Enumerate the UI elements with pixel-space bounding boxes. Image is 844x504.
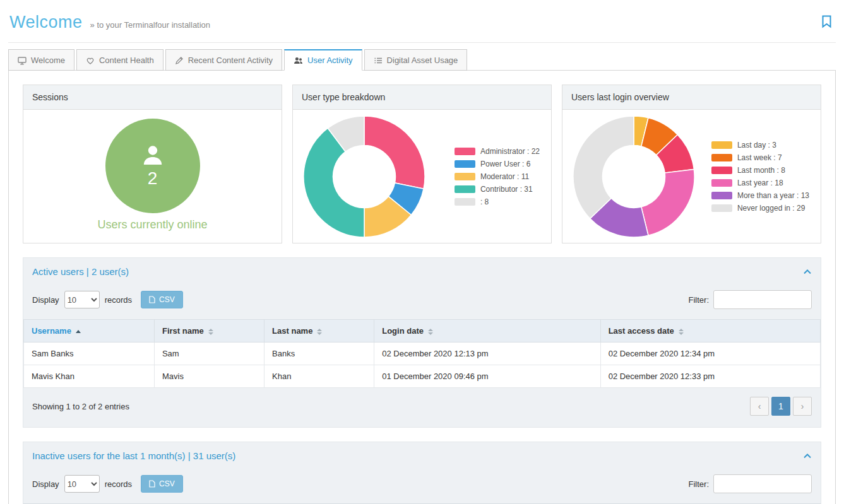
legend-swatch xyxy=(455,148,475,155)
tab-recent-content-activity[interactable]: Recent Content Activity xyxy=(165,49,282,71)
summary-panels: Sessions 2 Users currently online User t… xyxy=(23,85,821,243)
donut-segment-never-logged-in[interactable] xyxy=(573,115,634,218)
table-cell: 02 December 2020 12:13 pm xyxy=(374,343,600,365)
user-type-chart-body: Administrator : 22Power User : 6Moderato… xyxy=(293,110,551,243)
panel-title: User type breakdown xyxy=(293,85,551,110)
donut-segment-last-year[interactable] xyxy=(641,169,694,235)
donut-segment-administrator[interactable] xyxy=(364,115,425,188)
column-header-first-name[interactable]: First name xyxy=(154,320,264,343)
column-header-last-access-date[interactable]: Last access date xyxy=(600,320,820,343)
file-icon xyxy=(149,296,155,303)
column-header-username[interactable]: Username xyxy=(24,320,155,343)
tab-digital-asset-usage[interactable]: Digital Asset Usage xyxy=(364,49,468,71)
legend-swatch xyxy=(711,204,732,212)
csv-button-label: CSV xyxy=(159,479,175,488)
sessions-panel-body: 2 Users currently online xyxy=(23,119,282,252)
page-title: Welcome xyxy=(9,13,83,32)
chevron-up-icon[interactable] xyxy=(803,269,812,274)
table-header-row: UsernameFirst nameLast nameLogin dateLas… xyxy=(24,320,821,343)
section-title: Active users | 2 user(s) xyxy=(32,266,129,277)
page-size-select[interactable]: 10 xyxy=(64,475,100,493)
last-login-panel: Users last login overview Last day : 3La… xyxy=(562,85,821,243)
csv-button-label: CSV xyxy=(159,295,175,304)
legend-swatch xyxy=(455,173,475,180)
panel-title: Users last login overview xyxy=(562,85,821,110)
table-row[interactable]: Mavis KhanMavisKhan01 December 2020 09:4… xyxy=(24,365,821,388)
legend-swatch xyxy=(455,160,475,168)
legend-label: More than a year : 13 xyxy=(737,191,809,200)
legend-item: More than a year : 13 xyxy=(711,191,809,200)
filter-input[interactable] xyxy=(713,290,812,309)
legend-item: Power User : 6 xyxy=(455,160,540,168)
legend-item: Never logged in : 29 xyxy=(711,204,809,213)
column-header-login-date[interactable]: Login date xyxy=(374,320,600,343)
column-header-last-name[interactable]: Last name xyxy=(264,320,374,343)
active-users-controls: Display 10 records CSV Filter: xyxy=(23,285,821,319)
active-users-footer: Showing 1 to 2 of 2 entries ‹ 1 › xyxy=(23,388,821,427)
page-header: Welcome » to your Terminalfour installat… xyxy=(8,0,836,43)
tab-welcome[interactable]: Welcome xyxy=(8,49,74,71)
csv-export-button[interactable]: CSV xyxy=(141,291,183,308)
display-label: Display xyxy=(32,295,59,305)
sort-icon xyxy=(428,329,433,335)
table-row[interactable]: Sam BanksSamBanks02 December 2020 12:13 … xyxy=(24,343,821,365)
last-login-legend: Last day : 3Last week : 7Last month : 8L… xyxy=(711,137,809,216)
legend-label: Contributor : 31 xyxy=(480,185,533,194)
pagination-prev-button[interactable]: ‹ xyxy=(750,397,769,416)
filter-label: Filter: xyxy=(689,479,710,489)
filter-input[interactable] xyxy=(713,474,812,493)
active-users-table: UsernameFirst nameLast nameLogin dateLas… xyxy=(23,319,821,388)
column-label: First name xyxy=(162,326,204,336)
legend-item: Administrator : 22 xyxy=(455,147,540,156)
pagination: ‹ 1 › xyxy=(750,397,812,416)
legend-label: Last month : 8 xyxy=(737,166,785,175)
file-icon xyxy=(149,480,155,488)
table-cell: Sam xyxy=(154,343,264,365)
heart-icon xyxy=(86,56,95,65)
monitor-icon xyxy=(18,56,27,65)
filter-box: Filter: xyxy=(689,290,812,309)
last-login-donut-chart xyxy=(571,114,696,239)
legend-label: Moderator : 11 xyxy=(480,172,529,181)
pagination-next-button[interactable]: › xyxy=(793,397,812,416)
tab-label: User Activity xyxy=(307,56,353,65)
legend-swatch xyxy=(711,192,732,199)
pencil-icon xyxy=(175,56,184,65)
section-title: Inactive users for the last 1 month(s) |… xyxy=(32,450,235,461)
legend-label: Administrator : 22 xyxy=(480,147,540,156)
sort-ascending-icon xyxy=(76,330,81,333)
legend-label: Last year : 18 xyxy=(737,179,783,187)
column-label: Last name xyxy=(272,326,312,336)
column-label: Username xyxy=(32,326,71,336)
bookmark-icon[interactable] xyxy=(821,15,832,30)
inactive-users-section: Inactive users for the last 1 month(s) |… xyxy=(23,442,821,504)
chevron-up-icon[interactable] xyxy=(803,453,812,459)
legend-label: Power User : 6 xyxy=(480,160,530,168)
table-cell: Banks xyxy=(264,343,374,365)
breadcrumb: » to your Terminalfour installation xyxy=(90,20,211,30)
legend-swatch xyxy=(711,141,732,149)
table-cell: 01 December 2020 09:46 pm xyxy=(374,365,600,388)
legend-swatch xyxy=(711,167,732,174)
sort-icon xyxy=(317,329,322,335)
legend-label: Last week : 7 xyxy=(737,153,782,162)
panel-title: Sessions xyxy=(23,85,282,110)
legend-swatch xyxy=(711,179,732,187)
column-label: Last access date xyxy=(609,326,674,336)
legend-swatch xyxy=(455,185,475,193)
page-size-select[interactable]: 10 xyxy=(64,291,100,308)
active-users-header[interactable]: Active users | 2 user(s) xyxy=(23,258,821,285)
inactive-users-header[interactable]: Inactive users for the last 1 month(s) |… xyxy=(23,442,821,469)
online-users-caption: Users currently online xyxy=(23,218,282,231)
pagination-page-1-button[interactable]: 1 xyxy=(771,397,790,416)
legend-swatch xyxy=(711,154,732,161)
csv-export-button[interactable]: CSV xyxy=(141,475,183,493)
table-cell: Sam Banks xyxy=(24,343,155,365)
tab-user-activity[interactable]: User Activity xyxy=(284,49,362,71)
sessions-panel: Sessions 2 Users currently online xyxy=(23,85,282,243)
table-summary: Showing 1 to 2 of 2 entries xyxy=(32,402,129,411)
active-users-section: Active users | 2 user(s) Display 10 reco… xyxy=(23,257,821,428)
online-users-count: 2 xyxy=(148,168,158,189)
tab-content-health[interactable]: Content Health xyxy=(76,49,163,71)
table-cell: 02 December 2020 12:34 pm xyxy=(600,343,820,365)
